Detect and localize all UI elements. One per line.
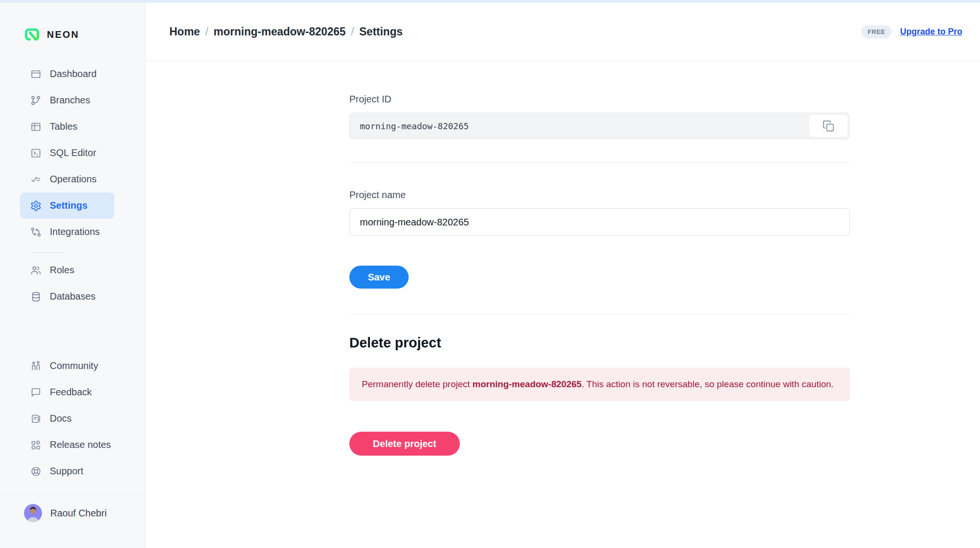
brand-name: NEON bbox=[47, 29, 79, 40]
brand-logo[interactable]: NEON bbox=[24, 26, 79, 43]
section-divider bbox=[349, 162, 850, 163]
sidebar-item-docs[interactable]: Docs bbox=[20, 405, 114, 432]
breadcrumb-project[interactable]: morning-meadow-820265 bbox=[213, 25, 345, 38]
sidebar-item-label: Support bbox=[50, 466, 83, 477]
sidebar-item-branches[interactable]: Branches bbox=[20, 87, 114, 113]
sidebar: NEON Dashboard Branches Tables bbox=[0, 3, 145, 548]
sidebar-item-release-notes[interactable]: Release notes bbox=[20, 432, 114, 458]
neon-logo-icon bbox=[24, 26, 40, 43]
operations-icon bbox=[30, 174, 42, 185]
plan-badge: FREE bbox=[861, 25, 891, 38]
sidebar-item-label: Community bbox=[50, 360, 98, 371]
databases-icon bbox=[30, 291, 42, 302]
sidebar-item-label: Dashboard bbox=[50, 68, 97, 79]
section-divider bbox=[349, 314, 850, 314]
breadcrumb: Home / morning-meadow-820265 / Settings bbox=[169, 25, 403, 38]
integrations-icon bbox=[30, 226, 42, 238]
primary-nav: Dashboard Branches Tables SQL Editor bbox=[20, 61, 114, 245]
sidebar-item-label: Feedback bbox=[50, 387, 92, 398]
breadcrumb-separator: / bbox=[351, 25, 354, 38]
tertiary-nav: Community Feedback Docs Release notes bbox=[20, 353, 114, 484]
header-right: FREE Upgrade to Pro bbox=[861, 25, 962, 38]
save-button[interactable]: Save bbox=[349, 266, 409, 289]
project-id-label: Project ID bbox=[349, 94, 850, 105]
feedback-icon bbox=[30, 387, 42, 398]
delete-warning-banner: Permanently delete project morning-meado… bbox=[349, 368, 850, 401]
warning-project-name: morning-meadow-820265 bbox=[472, 379, 581, 389]
sidebar-item-integrations[interactable]: Integrations bbox=[20, 219, 114, 245]
copy-button[interactable] bbox=[809, 115, 847, 137]
sidebar-item-label: Branches bbox=[50, 95, 90, 106]
delete-project-heading: Delete project bbox=[349, 335, 850, 351]
sidebar-divider bbox=[0, 494, 145, 494]
sidebar-item-roles[interactable]: Roles bbox=[20, 257, 114, 283]
project-name-label: Project name bbox=[349, 190, 850, 201]
avatar bbox=[24, 504, 42, 522]
support-icon bbox=[30, 466, 42, 477]
sidebar-divider bbox=[31, 252, 65, 253]
settings-page: Project ID morning-meadow-820265 Project… bbox=[145, 61, 980, 548]
settings-gear-icon bbox=[30, 200, 42, 212]
sidebar-item-label: SQL Editor bbox=[50, 147, 96, 158]
user-name: Raouf Chebri bbox=[50, 508, 107, 519]
sidebar-item-operations[interactable]: Operations bbox=[20, 166, 114, 192]
sidebar-item-label: Tables bbox=[50, 121, 78, 132]
branches-icon bbox=[30, 95, 42, 106]
release-notes-icon bbox=[30, 439, 42, 451]
sql-editor-icon bbox=[30, 147, 42, 159]
community-icon bbox=[30, 360, 42, 372]
sidebar-item-label: Settings bbox=[50, 200, 88, 211]
neon-console: NEON Dashboard Branches Tables bbox=[0, 0, 980, 548]
project-id-field: morning-meadow-820265 bbox=[349, 112, 850, 139]
breadcrumb-separator: / bbox=[205, 25, 208, 38]
warning-text: . This action is not reversable, so plea… bbox=[581, 379, 834, 389]
sidebar-item-settings[interactable]: Settings bbox=[20, 192, 114, 219]
delete-project-button[interactable]: Delete project bbox=[349, 432, 460, 456]
upgrade-to-pro-link[interactable]: Upgrade to Pro bbox=[900, 27, 962, 37]
breadcrumb-settings: Settings bbox=[359, 25, 403, 38]
sidebar-item-label: Docs bbox=[50, 413, 72, 424]
page-header: Home / morning-meadow-820265 / Settings … bbox=[145, 3, 980, 61]
sidebar-item-feedback[interactable]: Feedback bbox=[20, 379, 114, 405]
roles-icon bbox=[30, 265, 42, 276]
user-menu[interactable]: Raouf Chebri bbox=[24, 504, 107, 522]
sidebar-item-dashboard[interactable]: Dashboard bbox=[20, 61, 114, 87]
tables-icon bbox=[30, 121, 42, 133]
breadcrumb-home[interactable]: Home bbox=[169, 25, 200, 38]
sidebar-item-databases[interactable]: Databases bbox=[20, 283, 114, 310]
sidebar-item-label: Release notes bbox=[50, 439, 111, 450]
secondary-nav: Roles Databases bbox=[20, 257, 114, 310]
sidebar-item-community[interactable]: Community bbox=[20, 353, 114, 379]
sidebar-item-support[interactable]: Support bbox=[20, 458, 114, 484]
dashboard-icon bbox=[30, 68, 42, 80]
project-name-input[interactable] bbox=[349, 208, 850, 236]
copy-icon bbox=[822, 120, 835, 133]
sidebar-item-label: Integrations bbox=[50, 226, 100, 237]
sidebar-item-label: Databases bbox=[50, 291, 96, 302]
warning-text: Permanently delete project bbox=[362, 379, 472, 389]
docs-icon bbox=[30, 413, 42, 425]
sidebar-item-tables[interactable]: Tables bbox=[20, 113, 114, 140]
sidebar-item-label: Operations bbox=[50, 174, 97, 185]
sidebar-item-label: Roles bbox=[50, 265, 74, 276]
sidebar-item-sql-editor[interactable]: SQL Editor bbox=[20, 140, 114, 166]
project-id-value: morning-meadow-820265 bbox=[360, 121, 469, 131]
